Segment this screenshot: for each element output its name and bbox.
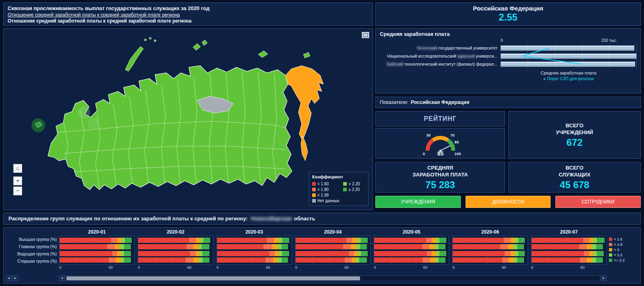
bar-segment[interactable]: [580, 257, 587, 263]
bar-segment[interactable]: [358, 251, 361, 256]
map-region-sakhalin[interactable]: [301, 136, 308, 161]
bar-segment[interactable]: [115, 244, 120, 249]
bar-segment[interactable]: [217, 244, 264, 249]
bar-segment[interactable]: [217, 238, 267, 243]
bar-segment[interactable]: [436, 251, 439, 256]
bar-segment[interactable]: [589, 251, 594, 256]
bar-segment[interactable]: [277, 244, 282, 249]
bar-segment[interactable]: [121, 257, 124, 263]
scrollbar-thumb[interactable]: [66, 276, 360, 280]
month-plot[interactable]: [59, 236, 135, 265]
bar-segment[interactable]: [275, 251, 279, 256]
subtitle-link[interactable]: Отношение средней заработной платы к сре…: [8, 12, 369, 18]
bar-segment[interactable]: [346, 238, 352, 243]
bar-segment[interactable]: [273, 257, 277, 263]
bar-segment[interactable]: [359, 257, 367, 263]
bar-segment[interactable]: [217, 257, 265, 263]
bar-segment[interactable]: [532, 244, 579, 249]
bar-segment[interactable]: [508, 244, 513, 249]
bar-segment[interactable]: [361, 238, 368, 243]
map-home-button[interactable]: ⌂: [13, 164, 22, 173]
bar-segment[interactable]: [360, 244, 367, 249]
bar-segment[interactable]: [500, 244, 508, 249]
bar-segment[interactable]: [515, 251, 518, 256]
bar-segment[interactable]: [124, 251, 131, 256]
month-plot[interactable]: [374, 236, 449, 265]
bar-segment[interactable]: [429, 244, 435, 249]
bar-segment[interactable]: [277, 257, 282, 263]
bar-segment[interactable]: [597, 238, 605, 243]
map-zoom-out-button[interactable]: −: [13, 187, 22, 195]
bar-segment[interactable]: [596, 244, 603, 249]
bar-segment[interactable]: [511, 238, 515, 243]
bar-segment[interactable]: [272, 244, 277, 249]
bar-segment[interactable]: [422, 257, 430, 263]
bar-segment[interactable]: [60, 244, 107, 249]
month-plot[interactable]: [295, 236, 371, 265]
bar-segment[interactable]: [435, 257, 439, 263]
bar-segment[interactable]: [296, 238, 346, 243]
bar-segment[interactable]: [532, 238, 583, 243]
bar-segment[interactable]: [193, 257, 199, 263]
bar-segment[interactable]: [584, 251, 589, 256]
bar-segment[interactable]: [374, 257, 422, 263]
map-zoom-in-button[interactable]: +: [13, 176, 22, 185]
bar-segment[interactable]: [426, 238, 432, 243]
bar-segment[interactable]: [509, 257, 514, 263]
bar-segment[interactable]: [587, 257, 592, 263]
bar-segment[interactable]: [439, 238, 446, 243]
bar-segment[interactable]: [593, 251, 596, 256]
bar-segment[interactable]: [517, 244, 524, 249]
bar-segment[interactable]: [189, 238, 196, 243]
action-button-3[interactable]: СОТРУДНИКИ: [555, 196, 641, 208]
bar-segment[interactable]: [267, 238, 274, 243]
bar-segment[interactable]: [138, 257, 186, 263]
bar-segment[interactable]: [112, 251, 118, 256]
bar-segment[interactable]: [122, 238, 125, 243]
bar-segment[interactable]: [511, 251, 515, 256]
bar-segment[interactable]: [274, 238, 279, 243]
bar-segment[interactable]: [352, 238, 358, 243]
action-button-1[interactable]: УЧРЕЖДЕНИЯ: [375, 196, 461, 208]
salary-plot-area[interactable]: [501, 44, 636, 68]
bar-segment[interactable]: [374, 244, 422, 249]
bar-segment[interactable]: [203, 251, 209, 256]
bar-segment[interactable]: [109, 257, 116, 263]
bar-segment[interactable]: [427, 251, 432, 256]
bar-segment[interactable]: [587, 244, 592, 249]
map-region-northeast[interactable]: [286, 66, 323, 141]
bar-segment[interactable]: [138, 244, 186, 249]
scroll-left-button[interactable]: ◄: [6, 276, 12, 281]
bar-segment[interactable]: [354, 251, 357, 256]
scroll-left-button[interactable]: ◄: [59, 276, 65, 281]
bar-segment[interactable]: [124, 244, 131, 249]
bar-segment[interactable]: [597, 251, 604, 256]
scroll-right-button[interactable]: ►: [601, 276, 607, 281]
scroll-right-button[interactable]: ►: [12, 276, 18, 281]
bar-segment[interactable]: [453, 251, 504, 256]
bar-segment[interactable]: [203, 257, 209, 263]
bar-segment[interactable]: [592, 244, 596, 249]
bar-segment[interactable]: [193, 244, 199, 249]
bar-segment[interactable]: [518, 238, 525, 243]
bar-segment[interactable]: [117, 238, 122, 243]
bar-segment[interactable]: [583, 238, 589, 243]
bar-segment[interactable]: [453, 244, 500, 249]
bar-segment[interactable]: [589, 238, 594, 243]
bar-segment[interactable]: [517, 257, 524, 263]
bar-segment[interactable]: [596, 257, 603, 263]
bar-segment[interactable]: [532, 251, 584, 256]
bar-segment[interactable]: [352, 257, 356, 263]
bar-segment[interactable]: [138, 251, 190, 256]
bar-segment[interactable]: [349, 251, 354, 256]
bar-segment[interactable]: [190, 251, 196, 256]
bar-segment[interactable]: [282, 238, 289, 243]
bar-segment[interactable]: [200, 238, 203, 243]
bar-segment[interactable]: [296, 257, 345, 263]
bar-segment[interactable]: [513, 244, 518, 249]
bar-segment[interactable]: [124, 257, 131, 263]
bar-segment[interactable]: [504, 238, 511, 243]
collapse-map-button[interactable]: [362, 32, 369, 38]
bar-segment[interactable]: [279, 238, 282, 243]
bar-segment[interactable]: [439, 257, 445, 263]
